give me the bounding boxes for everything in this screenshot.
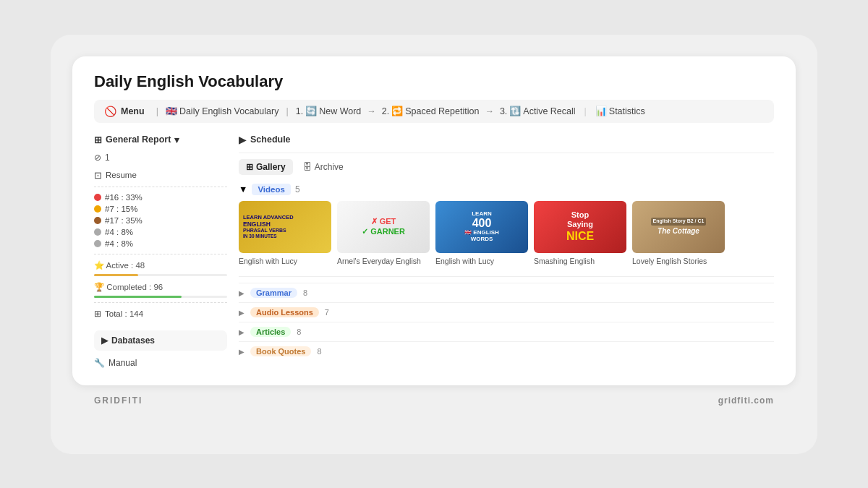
tab-gallery[interactable]: ⊞ Gallery	[239, 159, 293, 175]
category-bookquotes[interactable]: ▶ Book Quotes 8	[239, 341, 774, 361]
stop-icon: 🚫	[104, 106, 116, 117]
flag-icon: 🇬🇧	[166, 106, 177, 116]
dot-brown	[94, 217, 101, 224]
schedule-header[interactable]: ▶ Schedule	[239, 134, 774, 145]
divider2	[94, 254, 227, 254]
divider3	[94, 302, 227, 303]
grammar-arrow: ▶	[239, 289, 244, 297]
bc-step2: 2. 🔁 Spaced Repetition	[382, 106, 480, 116]
general-report-button[interactable]: ⊞ General Report ▾	[94, 134, 227, 145]
videos-collapse-arrow[interactable]: ▼	[239, 184, 247, 194]
video-thumb-3: LEARN 400 🇬🇧 ENGLISH WORDS	[435, 201, 528, 253]
video-card-3[interactable]: LEARN 400 🇬🇧 ENGLISH WORDS English with …	[435, 201, 528, 267]
active-progress-bar	[94, 274, 227, 276]
main-content: ▶ Schedule ⊞ Gallery 🗄 Archive	[239, 134, 774, 368]
dot-gray2	[94, 240, 101, 247]
main-card: Daily English Vocabulary 🚫 Menu | 🇬🇧 Dai…	[72, 56, 796, 385]
thumb-content-1: LEARN ADVANCED ENGLISH PHRASAL VERBS IN …	[239, 201, 331, 253]
separator: |	[156, 106, 158, 116]
video-thumb-1: LEARN ADVANCED ENGLISH PHRASAL VERBS IN …	[239, 201, 331, 253]
video-thumb-4: Stop Saying NICE	[534, 201, 626, 253]
articles-count: 8	[297, 328, 301, 336]
footer-brand-right: gridfiti.com	[718, 395, 774, 406]
category-audio[interactable]: ▶ Audio Lessons 7	[239, 302, 774, 322]
completed-progress-bar	[94, 296, 227, 298]
grammar-label: Grammar	[250, 288, 297, 298]
card-header: Daily English Vocabulary 🚫 Menu | 🇬🇧 Dai…	[72, 56, 796, 123]
video-label-5: Lovely English Stories	[632, 257, 725, 267]
video-card-5[interactable]: English Story B2 / C1 The Cottage Lovely…	[632, 201, 725, 267]
view-tabs: ⊞ Gallery 🗄 Archive	[239, 159, 774, 175]
repeat-icon: 🔁	[391, 106, 403, 116]
grid-icon: ⊞	[94, 309, 101, 319]
outer-background: Daily English Vocabulary 🚫 Menu | 🇬🇧 Dai…	[51, 35, 817, 454]
footer: GRIDFITI gridfiti.com	[72, 385, 796, 416]
video-label-3: English with Lucy	[435, 257, 528, 267]
report-label: General Report	[106, 134, 171, 145]
dot-gold	[94, 205, 101, 213]
bc-step1-num: 1.	[296, 106, 303, 116]
completed-fill	[94, 296, 182, 298]
category-grammar[interactable]: ▶ Grammar 8	[239, 283, 774, 302]
bookquotes-label: Book Quotes	[250, 346, 311, 356]
refresh-icon: 🔄	[305, 106, 317, 116]
articles-label: Articles	[250, 327, 291, 337]
trophy-icon: 🏆	[94, 283, 104, 291]
resume-icon: ⊡	[94, 170, 102, 181]
bc-stats: 📊 Statistics	[595, 106, 645, 116]
footer-brand-left: GRIDFITI	[94, 395, 142, 406]
count-value: 1	[105, 153, 110, 163]
schedule-arrow: ▶	[239, 134, 246, 145]
video-card-1[interactable]: LEARN ADVANCED ENGLISH PHRASAL VERBS IN …	[239, 201, 331, 267]
sidebar-count-row: ⊘ 1	[94, 153, 227, 163]
video-thumb-2: ✗ GET ✓ GARNER	[337, 201, 430, 253]
databases-button[interactable]: ▶ Dabatases	[94, 330, 227, 351]
pipe: |	[584, 106, 587, 116]
resume-row[interactable]: ⊡ Resume	[94, 168, 227, 182]
bc-new-word[interactable]: New Word	[319, 106, 361, 116]
bc-statistics[interactable]: Statistics	[609, 106, 645, 116]
manual-item[interactable]: 🔧 Manual	[94, 358, 227, 368]
audio-label: Audio Lessons	[250, 307, 319, 317]
video-card-2[interactable]: ✗ GET ✓ GARNER Arnel's Everyday English	[337, 201, 430, 267]
databases-label: Dabatases	[111, 335, 155, 346]
grammar-count: 8	[303, 288, 307, 297]
thumb-content-5: English Story B2 / C1 The Cottage	[632, 201, 725, 253]
gallery-label: Gallery	[256, 162, 286, 172]
stat-label-3: #17 : 35%	[105, 216, 142, 225]
stat-label-4: #4 : 8%	[105, 228, 133, 236]
articles-arrow: ▶	[239, 328, 244, 336]
video-card-4[interactable]: Stop Saying NICE Smashing English	[534, 201, 626, 267]
tab-archive[interactable]: 🗄 Archive	[296, 159, 351, 175]
thumb-content-2: ✗ GET ✓ GARNER	[337, 201, 430, 253]
category-articles[interactable]: ▶ Articles 8	[239, 322, 774, 341]
star-icon: ⭐	[94, 261, 104, 270]
dot-red	[94, 194, 101, 201]
videos-section: ▼ Videos 5 LEARN ADVANCED ENGLISH PHRASA	[239, 184, 774, 267]
dot-gray1	[94, 228, 101, 236]
bookquotes-count: 8	[317, 347, 321, 356]
stat-row-3: #17 : 35%	[94, 215, 227, 226]
menu-label[interactable]: Menu	[121, 106, 145, 116]
stat-row-1: #16 : 33%	[94, 192, 227, 203]
stat-label-1: #16 : 33%	[105, 193, 142, 202]
bc-home-label[interactable]: Daily English Vocabulary	[179, 106, 279, 116]
triangle-icon: ▶	[101, 335, 108, 346]
bc-step3: 3. 🔃 Active Recall	[500, 106, 576, 116]
bc-step2-num: 2.	[382, 106, 389, 116]
bc-spaced[interactable]: Spaced Repetition	[405, 106, 479, 116]
stat-row-5: #4 : 8%	[94, 238, 227, 249]
recall-icon: 🔃	[509, 106, 521, 116]
videos-grid: LEARN ADVANCED ENGLISH PHRASAL VERBS IN …	[239, 201, 774, 267]
cat-sep	[239, 276, 774, 277]
main-layout: ⊞ General Report ▾ ⊘ 1 ⊡ Resume #16 : 33…	[72, 123, 796, 385]
videos-header: ▼ Videos 5	[239, 184, 774, 195]
videos-label: Videos	[252, 184, 291, 195]
filter-icon: ⊘	[94, 153, 101, 163]
chevron-down-icon: ▾	[174, 134, 179, 145]
archive-label: Archive	[315, 162, 344, 172]
bc-active-recall[interactable]: Active Recall	[523, 106, 575, 116]
manual-label: Manual	[109, 358, 137, 368]
archive-icon: 🗄	[303, 162, 312, 172]
completed-label: Completed : 96	[106, 283, 163, 291]
